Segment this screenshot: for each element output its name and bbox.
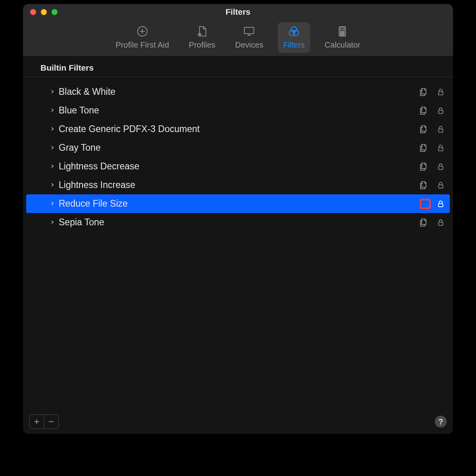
chevron-right-icon[interactable] bbox=[50, 162, 57, 171]
filter-row[interactable]: Lightness Decrease bbox=[26, 157, 450, 176]
duplicate-icon[interactable] bbox=[419, 87, 429, 97]
filter-list: Black & WhiteBlue ToneCreate Generic PDF… bbox=[23, 77, 453, 232]
lock-icon bbox=[436, 143, 446, 153]
monitor-icon bbox=[242, 25, 256, 38]
section-header: Builtin Filters bbox=[23, 63, 453, 77]
close-window-button[interactable] bbox=[30, 9, 36, 15]
tab-profile-first-aid[interactable]: Profile First Aid bbox=[110, 22, 175, 53]
duplicate-icon[interactable] bbox=[419, 124, 429, 134]
filter-name: Sepia Tone bbox=[59, 217, 419, 228]
svg-rect-25 bbox=[439, 92, 443, 95]
row-actions bbox=[419, 106, 446, 116]
row-actions bbox=[419, 161, 446, 172]
svg-point-20 bbox=[342, 33, 343, 34]
minimize-window-button[interactable] bbox=[41, 9, 47, 15]
plus-circle-icon bbox=[136, 25, 149, 38]
filters-icon bbox=[287, 25, 301, 38]
duplicate-icon[interactable] bbox=[419, 217, 429, 228]
document-gear-icon bbox=[195, 25, 209, 38]
row-actions bbox=[419, 87, 446, 97]
lock-icon bbox=[436, 217, 446, 228]
chevron-right-icon[interactable] bbox=[50, 144, 57, 152]
row-actions bbox=[419, 143, 446, 153]
svg-rect-29 bbox=[439, 166, 443, 169]
chevron-right-icon[interactable] bbox=[50, 125, 57, 133]
filter-name: Blue Tone bbox=[59, 105, 419, 116]
filter-row[interactable]: Reduce File Size bbox=[26, 194, 450, 213]
chevron-right-icon[interactable] bbox=[50, 88, 57, 96]
toolbar-tabs: Profile First AidProfilesDevicesFiltersC… bbox=[23, 20, 453, 53]
lock-icon bbox=[436, 124, 446, 134]
lock-icon bbox=[436, 87, 446, 97]
svg-point-24 bbox=[344, 35, 344, 35]
duplicate-icon[interactable] bbox=[419, 106, 429, 116]
filter-name: Black & White bbox=[59, 86, 419, 97]
lock-icon bbox=[436, 106, 446, 116]
svg-rect-27 bbox=[439, 129, 443, 132]
filter-name: Lightness Increase bbox=[59, 180, 419, 190]
row-actions bbox=[419, 124, 446, 134]
tab-devices[interactable]: Devices bbox=[230, 22, 269, 53]
svg-point-21 bbox=[344, 33, 344, 34]
filter-name: Gray Tone bbox=[59, 142, 419, 153]
window-title: Filters bbox=[23, 7, 453, 17]
tab-profiles[interactable]: Profiles bbox=[183, 22, 221, 53]
add-filter-button[interactable]: + bbox=[30, 415, 44, 428]
zoom-window-button[interactable] bbox=[52, 9, 58, 15]
filter-row[interactable]: Blue Tone bbox=[26, 101, 450, 120]
duplicate-icon[interactable] bbox=[419, 180, 429, 190]
svg-point-19 bbox=[340, 33, 341, 34]
tab-label: Profile First Aid bbox=[116, 40, 169, 50]
filter-row[interactable]: Sepia Tone bbox=[26, 213, 450, 232]
app-window: Filters Profile First AidProfilesDevices… bbox=[23, 4, 453, 434]
duplicate-icon[interactable] bbox=[419, 161, 429, 172]
duplicate-icon[interactable] bbox=[419, 143, 429, 153]
filter-row[interactable]: Gray Tone bbox=[26, 138, 450, 157]
svg-rect-26 bbox=[439, 110, 443, 113]
tab-label: Calculator bbox=[324, 40, 360, 50]
filter-row[interactable]: Black & White bbox=[26, 83, 450, 101]
filter-row[interactable]: Create Generic PDFX-3 Document bbox=[26, 120, 450, 138]
duplicate-icon[interactable] bbox=[420, 199, 431, 209]
titlebar: Filters Profile First AidProfilesDevices… bbox=[23, 4, 453, 56]
tab-filters[interactable]: Filters bbox=[278, 22, 310, 53]
tab-calculator[interactable]: Calculator bbox=[319, 22, 366, 53]
filter-name: Reduce File Size bbox=[59, 198, 420, 209]
content-area: Builtin Filters Black & WhiteBlue ToneCr… bbox=[23, 56, 453, 413]
traffic-lights bbox=[23, 9, 58, 15]
svg-rect-8 bbox=[244, 27, 254, 34]
tab-label: Profiles bbox=[189, 40, 215, 50]
lock-icon bbox=[436, 161, 446, 172]
svg-rect-15 bbox=[340, 28, 344, 30]
row-actions bbox=[420, 199, 446, 209]
row-actions bbox=[419, 180, 446, 190]
svg-point-22 bbox=[340, 35, 341, 35]
tab-label: Devices bbox=[235, 40, 263, 50]
row-actions bbox=[419, 217, 446, 228]
lock-icon bbox=[436, 199, 446, 209]
svg-point-18 bbox=[344, 31, 344, 32]
svg-point-23 bbox=[342, 35, 343, 35]
filter-row[interactable]: Lightness Increase bbox=[26, 176, 450, 194]
svg-rect-32 bbox=[439, 222, 443, 225]
svg-point-16 bbox=[340, 31, 341, 32]
filter-name: Lightness Decrease bbox=[59, 161, 419, 172]
svg-rect-31 bbox=[439, 203, 443, 207]
chevron-right-icon[interactable] bbox=[50, 218, 57, 226]
chevron-right-icon[interactable] bbox=[50, 200, 57, 208]
add-remove-segment: + − bbox=[29, 415, 59, 429]
chevron-right-icon[interactable] bbox=[50, 106, 57, 115]
footer: + − ? bbox=[23, 413, 453, 434]
titlebar-top: Filters bbox=[23, 4, 453, 20]
svg-rect-28 bbox=[439, 148, 443, 151]
remove-filter-button[interactable]: − bbox=[44, 415, 58, 428]
help-button[interactable]: ? bbox=[435, 416, 447, 428]
svg-rect-30 bbox=[439, 185, 443, 188]
chevron-right-icon[interactable] bbox=[50, 181, 57, 189]
svg-point-17 bbox=[342, 31, 343, 32]
filter-name: Create Generic PDFX-3 Document bbox=[59, 124, 419, 134]
calculator-icon bbox=[336, 25, 349, 38]
tab-label: Filters bbox=[283, 40, 305, 50]
lock-icon bbox=[436, 180, 446, 190]
